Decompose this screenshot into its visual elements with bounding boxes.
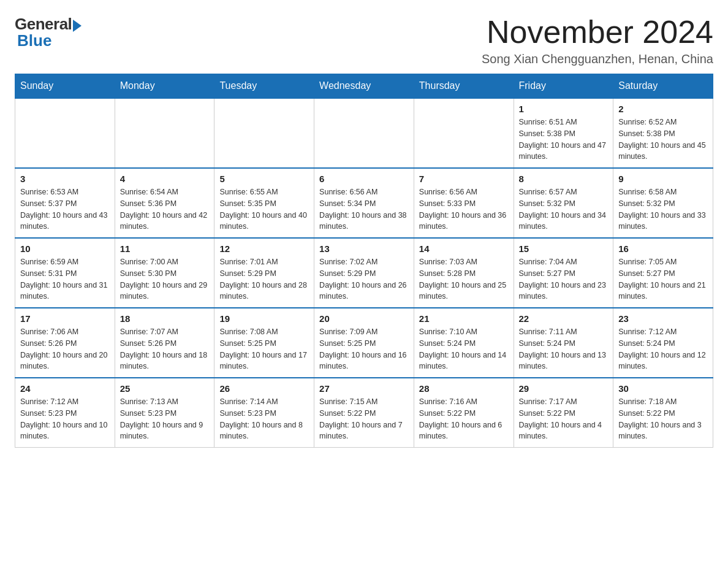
calendar-day-cell xyxy=(115,98,214,168)
day-info: Sunrise: 6:56 AMSunset: 5:34 PMDaylight:… xyxy=(319,186,409,232)
day-info: Sunrise: 7:12 AMSunset: 5:23 PMDaylight:… xyxy=(20,396,110,442)
day-info: Sunrise: 7:06 AMSunset: 5:26 PMDaylight:… xyxy=(20,326,110,372)
day-info: Sunrise: 6:51 AMSunset: 5:38 PMDaylight:… xyxy=(519,117,609,163)
day-number: 24 xyxy=(20,383,110,394)
day-number: 28 xyxy=(419,383,509,394)
day-number: 19 xyxy=(219,313,309,324)
day-number: 14 xyxy=(419,243,509,254)
calendar-day-cell: 3Sunrise: 6:53 AMSunset: 5:37 PMDaylight… xyxy=(15,168,115,238)
calendar-day-cell: 17Sunrise: 7:06 AMSunset: 5:26 PMDayligh… xyxy=(15,308,115,378)
calendar-day-cell: 4Sunrise: 6:54 AMSunset: 5:36 PMDaylight… xyxy=(115,168,214,238)
calendar-day-cell xyxy=(214,98,314,168)
day-info: Sunrise: 6:58 AMSunset: 5:32 PMDaylight:… xyxy=(618,186,708,232)
calendar-day-cell: 2Sunrise: 6:52 AMSunset: 5:38 PMDaylight… xyxy=(613,98,713,168)
day-info: Sunrise: 7:17 AMSunset: 5:22 PMDaylight:… xyxy=(519,396,609,442)
day-info: Sunrise: 7:15 AMSunset: 5:22 PMDaylight:… xyxy=(319,396,409,442)
calendar-day-header: Monday xyxy=(115,74,214,99)
title-section: November 2024 Song Xian Chengguanzhen, H… xyxy=(482,15,713,66)
calendar-day-cell: 24Sunrise: 7:12 AMSunset: 5:23 PMDayligh… xyxy=(15,378,115,448)
calendar-body: 1Sunrise: 6:51 AMSunset: 5:38 PMDaylight… xyxy=(15,98,713,448)
day-number: 10 xyxy=(20,243,110,254)
day-number: 16 xyxy=(618,243,708,254)
logo-blue-text: Blue xyxy=(17,31,51,50)
calendar-day-cell: 10Sunrise: 6:59 AMSunset: 5:31 PMDayligh… xyxy=(15,238,115,308)
day-info: Sunrise: 6:57 AMSunset: 5:32 PMDaylight:… xyxy=(519,186,609,232)
calendar-day-cell: 8Sunrise: 6:57 AMSunset: 5:32 PMDaylight… xyxy=(514,168,613,238)
calendar-day-cell: 27Sunrise: 7:15 AMSunset: 5:22 PMDayligh… xyxy=(314,378,414,448)
calendar-week-row: 17Sunrise: 7:06 AMSunset: 5:26 PMDayligh… xyxy=(15,308,713,378)
calendar-day-cell: 15Sunrise: 7:04 AMSunset: 5:27 PMDayligh… xyxy=(514,238,613,308)
calendar-day-cell: 20Sunrise: 7:09 AMSunset: 5:25 PMDayligh… xyxy=(314,308,414,378)
day-number: 3 xyxy=(20,174,110,184)
day-info: Sunrise: 6:56 AMSunset: 5:33 PMDaylight:… xyxy=(419,186,509,232)
logo-arrow-icon xyxy=(73,20,82,32)
calendar-day-cell: 23Sunrise: 7:12 AMSunset: 5:24 PMDayligh… xyxy=(613,308,713,378)
calendar-day-cell: 22Sunrise: 7:11 AMSunset: 5:24 PMDayligh… xyxy=(514,308,613,378)
month-title: November 2024 xyxy=(482,15,713,50)
day-info: Sunrise: 7:03 AMSunset: 5:28 PMDaylight:… xyxy=(419,256,509,302)
day-number: 23 xyxy=(618,313,708,324)
calendar-week-row: 10Sunrise: 6:59 AMSunset: 5:31 PMDayligh… xyxy=(15,238,713,308)
day-info: Sunrise: 7:12 AMSunset: 5:24 PMDaylight:… xyxy=(618,326,708,372)
day-number: 25 xyxy=(120,383,210,394)
calendar-week-row: 3Sunrise: 6:53 AMSunset: 5:37 PMDaylight… xyxy=(15,168,713,238)
day-info: Sunrise: 7:09 AMSunset: 5:25 PMDaylight:… xyxy=(319,326,409,372)
day-number: 26 xyxy=(219,383,309,394)
day-info: Sunrise: 6:54 AMSunset: 5:36 PMDaylight:… xyxy=(120,186,210,232)
calendar-day-header: Friday xyxy=(514,74,613,99)
calendar-day-cell: 5Sunrise: 6:55 AMSunset: 5:35 PMDaylight… xyxy=(214,168,314,238)
day-info: Sunrise: 7:01 AMSunset: 5:29 PMDaylight:… xyxy=(219,256,309,302)
calendar-day-cell: 14Sunrise: 7:03 AMSunset: 5:28 PMDayligh… xyxy=(414,238,514,308)
day-info: Sunrise: 7:07 AMSunset: 5:26 PMDaylight:… xyxy=(120,326,210,372)
day-number: 13 xyxy=(319,243,409,254)
day-number: 22 xyxy=(519,313,609,324)
calendar-day-cell xyxy=(414,98,514,168)
location-title: Song Xian Chengguanzhen, Henan, China xyxy=(482,52,713,66)
calendar-day-header: Tuesday xyxy=(214,74,314,99)
calendar-day-cell: 26Sunrise: 7:14 AMSunset: 5:23 PMDayligh… xyxy=(214,378,314,448)
day-number: 1 xyxy=(519,104,609,114)
day-number: 18 xyxy=(120,313,210,324)
calendar-day-cell: 9Sunrise: 6:58 AMSunset: 5:32 PMDaylight… xyxy=(613,168,713,238)
calendar-table: SundayMondayTuesdayWednesdayThursdayFrid… xyxy=(15,74,713,448)
day-number: 6 xyxy=(319,174,409,184)
calendar-day-header: Saturday xyxy=(613,74,713,99)
calendar-day-cell: 13Sunrise: 7:02 AMSunset: 5:29 PMDayligh… xyxy=(314,238,414,308)
day-number: 30 xyxy=(618,383,708,394)
logo: General Blue xyxy=(15,15,82,50)
calendar-day-cell: 7Sunrise: 6:56 AMSunset: 5:33 PMDaylight… xyxy=(414,168,514,238)
day-number: 2 xyxy=(618,104,708,114)
calendar-day-header: Thursday xyxy=(414,74,514,99)
day-number: 5 xyxy=(219,174,309,184)
calendar-day-cell: 6Sunrise: 6:56 AMSunset: 5:34 PMDaylight… xyxy=(314,168,414,238)
day-number: 29 xyxy=(519,383,609,394)
day-number: 20 xyxy=(319,313,409,324)
calendar-day-cell: 25Sunrise: 7:13 AMSunset: 5:23 PMDayligh… xyxy=(115,378,214,448)
day-info: Sunrise: 7:18 AMSunset: 5:22 PMDaylight:… xyxy=(618,396,708,442)
day-info: Sunrise: 6:55 AMSunset: 5:35 PMDaylight:… xyxy=(219,186,309,232)
day-info: Sunrise: 7:00 AMSunset: 5:30 PMDaylight:… xyxy=(120,256,210,302)
day-info: Sunrise: 7:05 AMSunset: 5:27 PMDaylight:… xyxy=(618,256,708,302)
day-info: Sunrise: 6:59 AMSunset: 5:31 PMDaylight:… xyxy=(20,256,110,302)
calendar-day-header: Wednesday xyxy=(314,74,414,99)
calendar-day-cell: 19Sunrise: 7:08 AMSunset: 5:25 PMDayligh… xyxy=(214,308,314,378)
day-info: Sunrise: 6:53 AMSunset: 5:37 PMDaylight:… xyxy=(20,186,110,232)
calendar-day-cell xyxy=(15,98,115,168)
day-number: 9 xyxy=(618,174,708,184)
calendar-day-cell xyxy=(314,98,414,168)
day-number: 4 xyxy=(120,174,210,184)
calendar-day-cell: 16Sunrise: 7:05 AMSunset: 5:27 PMDayligh… xyxy=(613,238,713,308)
day-info: Sunrise: 7:10 AMSunset: 5:24 PMDaylight:… xyxy=(419,326,509,372)
day-number: 7 xyxy=(419,174,509,184)
day-info: Sunrise: 7:14 AMSunset: 5:23 PMDaylight:… xyxy=(219,396,309,442)
day-number: 11 xyxy=(120,243,210,254)
day-info: Sunrise: 7:04 AMSunset: 5:27 PMDaylight:… xyxy=(519,256,609,302)
calendar-week-row: 24Sunrise: 7:12 AMSunset: 5:23 PMDayligh… xyxy=(15,378,713,448)
calendar-header-row: SundayMondayTuesdayWednesdayThursdayFrid… xyxy=(15,74,713,99)
calendar-day-cell: 29Sunrise: 7:17 AMSunset: 5:22 PMDayligh… xyxy=(514,378,613,448)
day-info: Sunrise: 7:02 AMSunset: 5:29 PMDaylight:… xyxy=(319,256,409,302)
calendar-day-cell: 18Sunrise: 7:07 AMSunset: 5:26 PMDayligh… xyxy=(115,308,214,378)
calendar-day-header: Sunday xyxy=(15,74,115,99)
day-number: 15 xyxy=(519,243,609,254)
day-number: 12 xyxy=(219,243,309,254)
